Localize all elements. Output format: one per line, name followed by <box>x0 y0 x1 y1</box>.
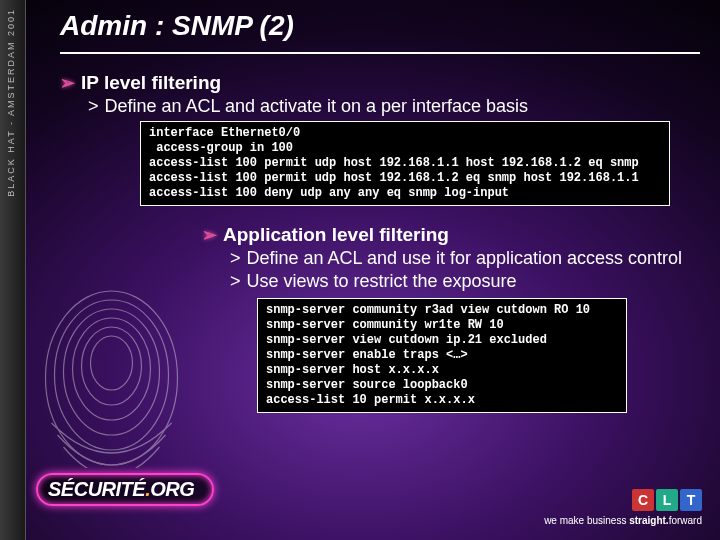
footer-right: C L T we make business straight.forward <box>544 489 702 526</box>
badge-c: C <box>632 489 654 511</box>
fingerprint-graphic <box>34 273 189 468</box>
code-block-snmp: snmp-server community r3ad view cutdown … <box>257 298 627 413</box>
bullet-text: Application level filtering <box>223 224 449 245</box>
title-underline <box>60 52 700 54</box>
svg-point-4 <box>55 300 169 450</box>
subbullet-text: Use views to restrict the exposure <box>247 271 517 292</box>
tagline-post: forward <box>669 515 702 526</box>
left-brand-strip: BLACK HAT - AMSTERDAM 2001 <box>0 0 26 540</box>
securite-org-logo: SÉCURITÉ.ORG <box>36 473 214 506</box>
arrow-icon: ➢ <box>202 225 217 245</box>
logo-org: ORG <box>150 478 194 500</box>
footer-tagline: we make business straight.forward <box>544 515 702 526</box>
chevron-icon: > <box>230 248 241 269</box>
logo-s: S <box>48 478 61 500</box>
badge-t: T <box>680 489 702 511</box>
subbullet-acl-application: > Define an ACL and use it for applicati… <box>230 248 700 269</box>
subbullet-text: Define an ACL and use it for application… <box>247 248 683 269</box>
subbullet-acl-interface: > Define an ACL and activate it on a per… <box>88 96 700 117</box>
badge-l: L <box>656 489 678 511</box>
left-strip-text: BLACK HAT - AMSTERDAM 2001 <box>6 8 16 197</box>
bullet-text: IP level filtering <box>81 72 221 93</box>
clt-badges: C L T <box>544 489 702 511</box>
svg-point-0 <box>91 336 133 390</box>
tagline-bold: straight. <box>629 515 668 526</box>
bullet-app-filtering: ➢Application level filtering <box>202 224 700 246</box>
arrow-icon: ➢ <box>60 73 75 93</box>
code-block-acl: interface Ethernet0/0 access-group in 10… <box>140 121 670 206</box>
bullet-ip-filtering: ➢IP level filtering <box>60 72 700 94</box>
svg-point-5 <box>46 291 178 465</box>
subbullet-text: Define an ACL and activate it on a per i… <box>105 96 529 117</box>
slide-title: Admin : SNMP (2) <box>60 10 294 42</box>
section-application-filtering: ➢Application level filtering > Define an… <box>202 224 700 413</box>
chevron-icon: > <box>230 271 241 292</box>
subbullet-views: > Use views to restrict the exposure <box>230 271 700 292</box>
tagline-pre: we make business <box>544 515 629 526</box>
logo-mid: ÉCURITÉ <box>61 478 145 500</box>
chevron-icon: > <box>88 96 99 117</box>
svg-point-3 <box>64 309 160 435</box>
